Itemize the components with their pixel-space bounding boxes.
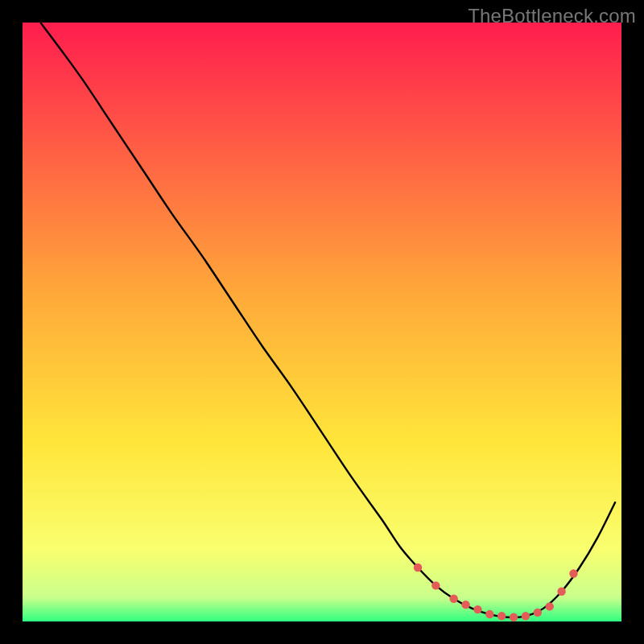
marker-dot xyxy=(522,612,530,620)
marker-dot xyxy=(534,609,542,617)
plot-area xyxy=(23,23,621,621)
gradient-background xyxy=(23,23,621,621)
marker-dot xyxy=(546,602,554,610)
marker-dot xyxy=(449,595,457,603)
marker-dot xyxy=(557,588,565,596)
marker-dot xyxy=(431,581,440,589)
marker-dot xyxy=(461,601,469,609)
marker-dot xyxy=(510,613,518,621)
marker-dot xyxy=(414,564,422,572)
marker-dot xyxy=(485,610,493,618)
chart-container: TheBottleneck.com xyxy=(0,0,644,644)
chart-svg xyxy=(23,23,621,621)
marker-dot xyxy=(473,605,481,613)
marker-dot xyxy=(569,569,577,577)
marker-dot xyxy=(497,612,506,620)
